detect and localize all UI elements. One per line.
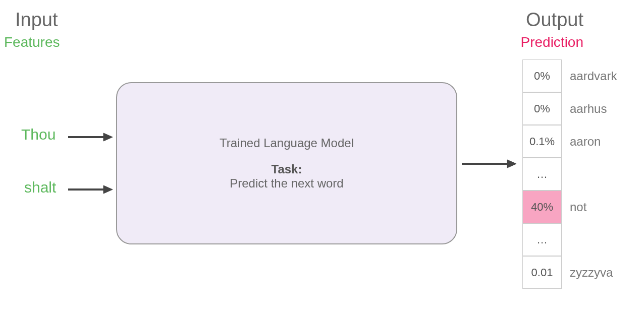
output-word: zyzzyva	[570, 266, 613, 280]
arrow-right-icon	[68, 184, 114, 195]
svg-marker-1	[103, 133, 113, 141]
arrow-right-icon	[462, 159, 517, 169]
output-ellipsis-cell: …	[522, 158, 562, 191]
output-word: aarhus	[570, 102, 607, 116]
model-box: Trained Language Model Task: Predict the…	[116, 82, 457, 244]
output-row: 0% aardvark	[522, 59, 617, 92]
model-task-label: Task:	[272, 162, 302, 176]
output-word: aaron	[570, 135, 601, 149]
arrow-right-icon	[68, 132, 114, 142]
model-title: Trained Language Model	[220, 136, 354, 150]
output-table: 0% aardvark 0% aarhus 0.1% aaron … 40% n…	[522, 59, 617, 289]
output-row: 0.01 zyzzyva	[522, 256, 617, 289]
diagram-container: Input Features Output Prediction Thou sh…	[0, 0, 644, 315]
prediction-heading: Prediction	[520, 34, 583, 50]
output-word: aardvark	[570, 69, 617, 83]
features-heading: Features	[4, 34, 60, 50]
output-ellipsis-cell: …	[522, 223, 562, 256]
input-heading: Input	[15, 9, 58, 31]
svg-marker-5	[507, 160, 516, 168]
output-percent-cell-highlighted: 40%	[522, 191, 562, 223]
input-word-thou: Thou	[21, 126, 56, 143]
output-row: …	[522, 223, 617, 256]
svg-marker-3	[103, 185, 113, 194]
output-percent-cell: 0.01	[522, 256, 562, 289]
output-row: 0% aarhus	[522, 92, 617, 125]
output-percent-cell: 0.1%	[522, 125, 562, 158]
model-task-text: Predict the next word	[230, 176, 343, 191]
output-word: not	[570, 200, 586, 214]
output-percent-cell: 0%	[522, 92, 562, 125]
output-percent-cell: 0%	[522, 59, 562, 92]
input-word-shalt: shalt	[24, 179, 56, 196]
output-row: 0.1% aaron	[522, 125, 617, 158]
output-row: 40% not	[522, 191, 617, 223]
output-heading: Output	[526, 9, 583, 31]
output-row: …	[522, 158, 617, 191]
